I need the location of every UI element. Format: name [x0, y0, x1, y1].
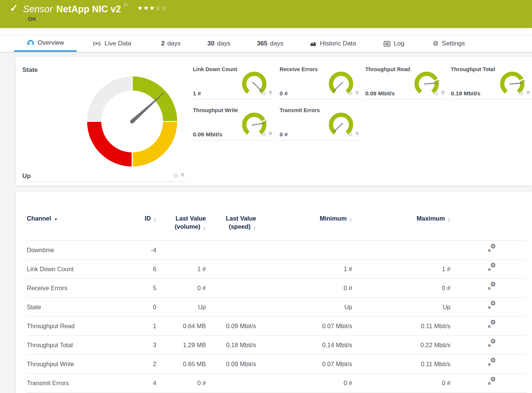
col-header-id[interactable]: ID▲▼ [134, 214, 156, 222]
channel-settings-gears-icon[interactable]: ⚙⚙ [488, 244, 496, 252]
sensor-type-label: Sensor [23, 4, 52, 14]
last-value-speed: 0.09 Mbit/s [206, 317, 256, 336]
gauge-value: 0.09 Mbit/s [365, 90, 395, 97]
channel-settings-gears-icon[interactable]: ⚙⚙ [488, 358, 496, 366]
gauge-title: Link Down Count [193, 66, 237, 72]
channel-name[interactable]: State [27, 298, 134, 317]
gauge-gear-icon[interactable]: ⚙ [434, 91, 439, 96]
gauge-value: 0 # [280, 131, 288, 138]
maximum-value: 0.11 Mbit/s [352, 317, 450, 336]
tab-label: Log [394, 40, 404, 47]
pin-icon[interactable] [268, 91, 273, 96]
broadcast-icon [92, 40, 101, 47]
maximum-value: 0.11 Mbit/s [352, 355, 450, 374]
gauge-gear-icon[interactable]: ⚙ [173, 173, 178, 178]
pin-icon[interactable] [355, 91, 360, 96]
channel-settings-gears-icon[interactable]: ⚙⚙ [488, 339, 496, 347]
table-row: Throughput Total 3 1.29 MB 0.18 Mbit/s 0… [27, 336, 527, 355]
sort-icon[interactable]: ▲▼ [349, 218, 352, 222]
channel-name[interactable]: Link Down Count [27, 260, 134, 279]
last-value-speed: 0.18 Mbit/s [206, 336, 256, 355]
pin-icon[interactable] [355, 131, 360, 137]
last-value-volume: 0.65 MB [156, 355, 206, 374]
channel-name[interactable]: Downtime [27, 241, 134, 260]
col-header-last-value-volume[interactable]: Last Value (volume)▲▼ [156, 214, 206, 231]
tab-365-days[interactable]: 365 days [257, 35, 283, 52]
col-header-last-value-speed[interactable]: Last Value (speed)▲▼ [206, 214, 256, 231]
channel-name[interactable]: Transmit Errors [27, 374, 134, 393]
channel-name[interactable]: Throughput Total [27, 336, 134, 355]
page-content: State Up ⚙ [0, 53, 532, 393]
state-gauge-tile: State Up ⚙ [22, 63, 187, 182]
gauge-gear-icon[interactable]: ⚙ [348, 131, 353, 137]
gauge-value: 0.18 Mbit/s [451, 90, 480, 97]
gauge-gear-icon[interactable]: ⚙ [348, 91, 353, 96]
maximum-value: 0.22 Mbit/s [352, 336, 450, 355]
gauge-tile-throughput-read: Throughput Read 0.09 Mbit/s ⚙ [365, 63, 447, 99]
channel-settings-gears-icon[interactable]: ⚙⚙ [488, 301, 496, 309]
tab-log[interactable]: Log [383, 35, 404, 52]
gauges-panel: State Up ⚙ [16, 57, 532, 186]
sort-icon[interactable]: ▲▼ [153, 218, 156, 222]
gauge-tile-throughput-total: Throughput Total 0.18 Mbit/s ⚙ [451, 63, 532, 99]
tab-number: 2 [161, 40, 165, 47]
tab-2-days[interactable]: 2 days [161, 35, 181, 52]
channel-settings-gears-icon[interactable]: ⚙⚙ [488, 282, 496, 290]
gauge-gear-icon[interactable]: ⚙ [261, 131, 266, 137]
tab-label: Live Data [105, 40, 131, 47]
channel-name[interactable]: Receive Errors [27, 279, 134, 298]
gauge-tile-transmit-errors: Transmit Errors 0 # ⚙ [280, 104, 361, 140]
ok-check-icon: ✓ [10, 2, 18, 14]
last-value-volume: 0 # [156, 279, 206, 298]
tab-label: Historic Data [320, 40, 356, 47]
last-value-volume: 1 # [156, 260, 206, 279]
gauge-gear-icon[interactable]: ⚙ [519, 91, 524, 96]
sort-icon[interactable]: ▲▼ [253, 226, 256, 231]
tab-overview[interactable]: Overview [14, 35, 77, 52]
tab-label: days [270, 40, 283, 47]
pin-icon[interactable] [180, 173, 185, 178]
channel-name[interactable]: Throughput Write [27, 355, 134, 374]
area-chart-icon [310, 41, 316, 47]
table-row: Downtime -4 ⚙⚙ [27, 241, 527, 260]
tab-live-data[interactable]: Live Data [92, 35, 131, 52]
sort-icon[interactable]: ▲▼ [447, 218, 450, 222]
sort-icon[interactable]: ▲▼ [203, 226, 206, 231]
tab-label: Overview [38, 39, 64, 47]
minimum-value: 0 # [256, 374, 352, 393]
minimum-value: 1 # [256, 260, 352, 279]
channel-id: 4 [134, 374, 156, 393]
channel-id: -4 [134, 241, 156, 260]
priority-stars[interactable]: ★★★☆☆ [137, 4, 167, 12]
header-gap [0, 28, 532, 35]
gauge-gear-icon[interactable]: ⚙ [261, 91, 266, 96]
tab-settings[interactable]: ⚙ Settings [433, 35, 465, 52]
tab-30-days[interactable]: 30 days [207, 35, 230, 52]
pin-icon[interactable] [440, 91, 445, 96]
channel-name[interactable]: Throughput Read [27, 317, 134, 336]
minimum-value: Up [256, 298, 352, 317]
channel-id: 1 [134, 317, 156, 336]
tab-historic-data[interactable]: Historic Data [310, 35, 356, 52]
sort-desc-icon[interactable]: ▼ [54, 217, 58, 221]
minimum-value: 0.07 Mbit/s [256, 317, 352, 336]
sensor-status-header: ✓ SensorNetApp NIC v2⚐★★★☆☆ OK [0, 0, 532, 28]
gauge-title: Transmit Errors [280, 107, 320, 113]
tab-number: 365 [257, 40, 267, 47]
gauge-title: Throughput Read [365, 66, 410, 72]
channel-settings-gears-icon[interactable]: ⚙⚙ [488, 377, 496, 385]
flag-icon[interactable]: ⚐ [123, 2, 128, 8]
gauge-value: 0.09 Mbit/s [193, 131, 222, 138]
table-header-row: Channel▼ ID▲▼ Last Value (volume)▲▼ Last… [27, 192, 527, 241]
col-header-maximum[interactable]: Maximum▲▼ [352, 214, 450, 222]
channel-settings-gears-icon[interactable]: ⚙⚙ [488, 320, 496, 328]
pin-icon[interactable] [526, 91, 531, 96]
col-header-minimum[interactable]: Minimum▲▼ [256, 214, 352, 222]
channel-settings-gears-icon[interactable]: ⚙⚙ [488, 263, 496, 271]
last-value-volume: Up [156, 298, 206, 317]
col-header-channel[interactable]: Channel▼ [27, 214, 134, 224]
maximum-value: Up [352, 298, 450, 317]
pin-icon[interactable] [268, 131, 273, 137]
tab-label: days [217, 40, 230, 47]
channel-id: 0 [134, 298, 156, 317]
